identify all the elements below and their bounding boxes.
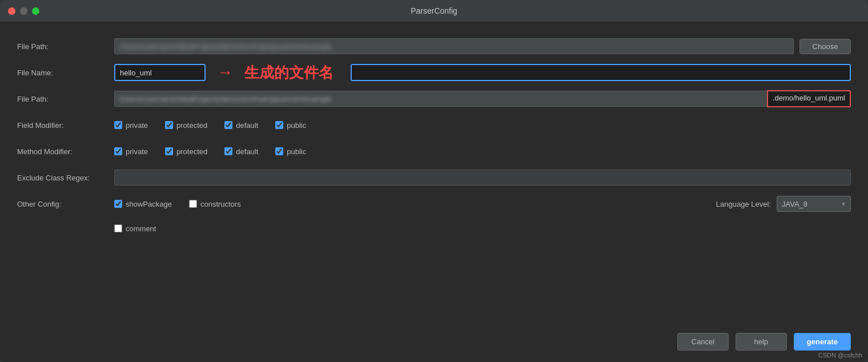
generate-button[interactable]: generate bbox=[794, 333, 851, 351]
help-button[interactable]: help bbox=[736, 333, 787, 351]
field-modifier-protected-checkbox[interactable] bbox=[165, 121, 173, 129]
method-modifier-checkboxes: private protected default public bbox=[114, 147, 851, 156]
field-modifier-private-label: private bbox=[126, 121, 148, 130]
file-path-blurred-text: /Users/username/IdeaProjects/demo/src/ma… bbox=[115, 91, 767, 106]
language-level-group: Language Level: JAVA_8 JAVA_11 JAVA_17 bbox=[716, 196, 851, 212]
file-path-highlighted: .demo/hello_uml.puml bbox=[767, 90, 851, 107]
field-modifier-public-label: public bbox=[287, 121, 306, 130]
file-path-row-1: File Path: /Users/username/IdeaProjects/… bbox=[17, 33, 851, 59]
file-name-field: → 生成的文件名 bbox=[114, 63, 851, 83]
language-level-select[interactable]: JAVA_8 JAVA_11 JAVA_17 bbox=[777, 196, 851, 212]
file-path-blurred-text-1: /Users/username/IdeaProjects/demo/src/ma… bbox=[115, 39, 793, 54]
constructors-checkbox[interactable] bbox=[189, 200, 197, 208]
method-modifier-default[interactable]: default bbox=[224, 147, 258, 156]
exclude-class-regex-row: Exclude Class Regex: bbox=[17, 164, 851, 191]
field-modifier-private-checkbox[interactable] bbox=[114, 121, 122, 129]
file-path-label-2: File Path: bbox=[17, 95, 108, 103]
method-modifier-public-checkbox[interactable] bbox=[275, 147, 283, 155]
file-path-field-2: /Users/username/IdeaProjects/demo/src/ma… bbox=[114, 90, 851, 107]
watermark: CSDN @csfchh bbox=[818, 352, 862, 359]
field-modifier-default-label: default bbox=[236, 121, 258, 130]
footer: Cancel help generate bbox=[0, 327, 868, 362]
show-package-label: showPackage bbox=[126, 200, 172, 208]
comment-row: comment bbox=[17, 217, 851, 240]
field-modifier-private[interactable]: private bbox=[114, 121, 148, 130]
file-name-full-input[interactable] bbox=[351, 64, 851, 81]
method-modifier-row: Method Modifier: private protected defau… bbox=[17, 138, 851, 164]
show-package-checkbox[interactable] bbox=[114, 200, 122, 208]
method-modifier-protected-checkbox[interactable] bbox=[165, 147, 173, 155]
file-path-blurred-section: /Users/username/IdeaProjects/demo/src/ma… bbox=[114, 91, 767, 107]
comment-checkbox[interactable] bbox=[114, 224, 122, 232]
constructors-label: constructors bbox=[200, 200, 241, 208]
comment-item[interactable]: comment bbox=[114, 224, 156, 233]
language-level-select-wrapper[interactable]: JAVA_8 JAVA_11 JAVA_17 bbox=[777, 196, 851, 212]
field-modifier-label: Field Modifier: bbox=[17, 121, 108, 130]
file-path-blurred-input-1: /Users/username/IdeaProjects/demo/src/ma… bbox=[114, 38, 794, 54]
field-modifier-protected[interactable]: protected bbox=[165, 121, 207, 130]
field-modifier-checkboxes: private protected default public bbox=[114, 121, 851, 130]
annotation-text: 生成的文件名 bbox=[244, 63, 333, 83]
file-path-label-1: File Path: bbox=[17, 42, 108, 51]
file-name-label: File Name: bbox=[17, 69, 108, 77]
show-package-item[interactable]: showPackage bbox=[114, 200, 172, 208]
method-modifier-protected[interactable]: protected bbox=[165, 147, 207, 156]
method-modifier-public[interactable]: public bbox=[275, 147, 306, 156]
comment-label: comment bbox=[126, 224, 156, 233]
maximize-button[interactable] bbox=[32, 7, 39, 15]
traffic-lights bbox=[8, 7, 39, 15]
method-modifier-private-label: private bbox=[126, 147, 148, 156]
exclude-class-regex-input[interactable] bbox=[114, 170, 851, 186]
title-bar: ParserConfig bbox=[0, 0, 868, 22]
language-level-label: Language Level: bbox=[716, 200, 771, 208]
form-content: File Path: /Users/username/IdeaProjects/… bbox=[0, 22, 868, 327]
method-modifier-private[interactable]: private bbox=[114, 147, 148, 156]
cancel-button[interactable]: Cancel bbox=[677, 333, 729, 351]
constructors-item[interactable]: constructors bbox=[189, 200, 241, 208]
minimize-button[interactable] bbox=[20, 7, 27, 15]
other-config-content: showPackage constructors Language Level:… bbox=[114, 196, 851, 212]
field-modifier-public-checkbox[interactable] bbox=[275, 121, 283, 129]
file-path-field-1: /Users/username/IdeaProjects/demo/src/ma… bbox=[114, 38, 794, 54]
other-config-row: Other Config: showPackage constructors L… bbox=[17, 191, 851, 217]
exclude-class-regex-label: Exclude Class Regex: bbox=[17, 174, 108, 182]
field-modifier-public[interactable]: public bbox=[275, 121, 306, 130]
method-modifier-protected-label: protected bbox=[176, 147, 207, 156]
method-modifier-public-label: public bbox=[287, 147, 306, 156]
method-modifier-private-checkbox[interactable] bbox=[114, 147, 122, 155]
other-config-label: Other Config: bbox=[17, 200, 108, 208]
method-modifier-default-label: default bbox=[236, 147, 258, 156]
field-modifier-default[interactable]: default bbox=[224, 121, 258, 130]
field-modifier-default-checkbox[interactable] bbox=[224, 121, 232, 129]
field-modifier-protected-label: protected bbox=[176, 121, 207, 130]
annotation-arrow: → bbox=[217, 63, 233, 82]
choose-button[interactable]: Choose bbox=[799, 39, 851, 54]
file-name-row: File Name: → 生成的文件名 bbox=[17, 59, 851, 86]
file-path-row-2: File Path: /Users/username/IdeaProjects/… bbox=[17, 86, 851, 112]
close-button[interactable] bbox=[8, 7, 15, 15]
method-modifier-default-checkbox[interactable] bbox=[224, 147, 232, 155]
method-modifier-label: Method Modifier: bbox=[17, 147, 108, 156]
field-modifier-row: Field Modifier: private protected defaul… bbox=[17, 112, 851, 138]
window-title: ParserConfig bbox=[411, 6, 457, 15]
file-name-input[interactable] bbox=[114, 64, 206, 81]
